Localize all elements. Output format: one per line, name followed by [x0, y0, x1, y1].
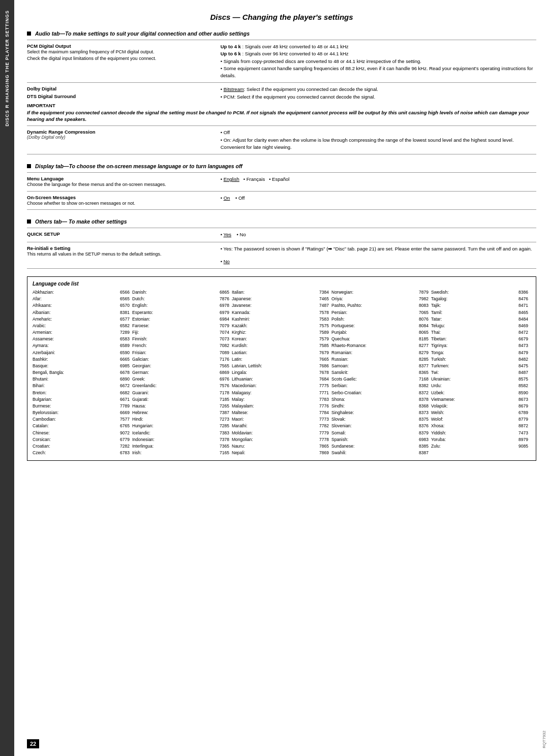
- pcm-val1-text: : Signals over 48 kHz converted to 48 or…: [242, 44, 349, 49]
- lang-name: Marathi:: [232, 423, 318, 429]
- page-title: Discs — Changing the player's settings: [27, 13, 536, 21]
- lang-name: Portuguese:: [331, 323, 417, 329]
- lang-name: Bihari:: [33, 383, 118, 389]
- onscreen-option-on: On: [224, 195, 230, 201]
- lang-entry: Bashkir:6665: [33, 356, 130, 363]
- lang-name: French:: [132, 342, 218, 349]
- lang-entry: Afar:6565: [33, 296, 130, 302]
- lang-name: English:: [132, 302, 218, 309]
- lang-name: Swedish:: [431, 289, 517, 296]
- lang-name: Finnish:: [132, 336, 218, 342]
- lang-code-val: 6678: [120, 369, 130, 376]
- lang-name: Tonga:: [431, 350, 517, 356]
- lang-name: Faroese:: [132, 323, 218, 329]
- onscreen-label: On-Screen Messages: [27, 195, 217, 200]
- lang-entry: Dutch:7876: [132, 296, 229, 302]
- lang-entry: Somali:8379: [331, 430, 429, 436]
- reinit-label: Re-initiali e Setting: [27, 245, 217, 251]
- lang-name: Tibetan:: [431, 336, 517, 342]
- lang-entry: Singhalese:8373: [331, 410, 429, 416]
- lang-entry: English:6978: [132, 302, 229, 309]
- lang-name: Kashmiri:: [232, 316, 318, 323]
- lang-name: Tagalog:: [431, 296, 517, 302]
- dts-row: DTS Digital Surround • PCM: Select if th…: [27, 93, 536, 101]
- lang-code-val: 6669: [120, 410, 130, 416]
- lang-code-val: 7487: [319, 302, 329, 309]
- lang-code-val: 6577: [120, 316, 130, 323]
- lang-name: Bulgarian:: [33, 396, 118, 403]
- lang-entry: Assamese:6583: [33, 336, 130, 342]
- lang-name: Yiddish:: [431, 430, 517, 436]
- onscreen-desc: Choose whether to show on-screen message…: [27, 200, 217, 207]
- lang-name: Icelandic:: [132, 430, 218, 436]
- lang-code-val: 7789: [120, 403, 130, 410]
- pcm-desc2: Check the digital input limitations of t…: [27, 55, 217, 62]
- lang-entry: Nepali:7869: [232, 450, 329, 456]
- lang-entry: Marathi:7782: [232, 423, 329, 429]
- lang-col-4: Swedish:8386Tagalog:8476Tajik:8471Tamil:…: [431, 289, 531, 456]
- pcm-value-col: Up to 4 k : Signals over 48 kHz converte…: [221, 43, 536, 79]
- lang-code-val: 7074: [220, 329, 229, 336]
- lang-code-val: 6978: [220, 302, 229, 309]
- reinit-row: Re-initiali e Setting This returns all v…: [27, 245, 536, 266]
- dolby-label-col: Dolby Digital: [27, 86, 221, 93]
- lang-name: Latin:: [232, 356, 318, 363]
- lang-code-val: 8590: [518, 390, 528, 396]
- lang-entry: Cambodian:7577: [33, 416, 130, 423]
- lang-name: Ameharic:: [33, 316, 118, 323]
- lang-entry: Tibetan:6679: [431, 336, 528, 342]
- lang-entry: Indonesian:7378: [132, 436, 229, 443]
- lang-code-val: 6582: [120, 323, 130, 329]
- lang-entry: Malagasy:7771: [232, 390, 329, 396]
- lang-code-val: 7273: [220, 416, 229, 423]
- lang-name: Azerbaijani:: [33, 350, 118, 356]
- lang-code-val: 8479: [518, 350, 528, 356]
- lang-name: Thai:: [431, 329, 517, 336]
- lang-name: Welsh:: [431, 410, 517, 416]
- quick-setup-label-col: QUICK SETUP: [27, 231, 221, 238]
- lang-entry: Kazakh:7575: [232, 323, 329, 329]
- reinit-value-col: • Yes: The password screen is shown if "…: [221, 245, 536, 266]
- quick-setup-no: No: [240, 232, 246, 237]
- lang-code-val: 9072: [120, 430, 130, 436]
- drc-on-text: Adjust for clarity even when the volume …: [221, 137, 514, 150]
- lang-entry: Sundanese:8385: [331, 443, 429, 450]
- lang-code-val: 7782: [319, 423, 329, 429]
- lang-code-val: 7185: [220, 396, 229, 403]
- lang-entry: Volapük:8679: [431, 403, 528, 410]
- lang-name: Guarani:: [132, 390, 218, 396]
- lang-entry: Macedonian:7775: [232, 383, 329, 389]
- lang-code-val: 8469: [518, 323, 528, 329]
- lang-name: Turkmen:: [431, 363, 517, 369]
- lang-entry: Zulu:9085: [431, 443, 528, 450]
- divider-10: [27, 268, 536, 269]
- lang-code-val: 8376: [419, 423, 429, 429]
- lang-code-val: 7784: [319, 410, 329, 416]
- display-section-header: Display tab—To choose the on-screen mess…: [27, 163, 536, 169]
- quick-setup-value-col: • Yes • No: [221, 231, 536, 238]
- lang-name: Aymara:: [33, 342, 118, 349]
- lang-name: Basque:: [33, 363, 118, 369]
- lang-name: Oriya:: [331, 296, 417, 302]
- lang-code-val: 6672: [120, 383, 130, 389]
- lang-name: Arabic:: [33, 323, 118, 329]
- drc-value-col: • Off • On: Adjust for clarity even when…: [221, 129, 536, 151]
- lang-name: Sanskrit:: [331, 369, 417, 376]
- lang-code-val: 7982: [419, 296, 429, 302]
- lang-code-val: 7778: [319, 436, 329, 443]
- pcm-label: PCM Digital Output: [27, 43, 217, 49]
- lang-entry: Korean:7579: [232, 336, 329, 342]
- lang-entry: Turkmen:8475: [431, 363, 528, 369]
- divider-1: [27, 40, 536, 40]
- lang-entry: Urdu:8582: [431, 383, 528, 389]
- dolby-value-col: • Bitstream: Select if the equipment you…: [221, 86, 536, 93]
- lang-name: Hebrew:: [132, 410, 218, 416]
- lang-name: Abkhazian:: [33, 289, 118, 296]
- lang-name: Afar:: [33, 296, 118, 302]
- lang-code-val: 6665: [120, 356, 130, 363]
- display-square-icon: [27, 164, 31, 168]
- lang-entry: Thai:8472: [431, 329, 528, 336]
- dts-label: DTS Digital Surround: [27, 93, 217, 99]
- lang-code-val: 6869: [220, 369, 229, 376]
- lang-name: Kurdish:: [232, 342, 318, 349]
